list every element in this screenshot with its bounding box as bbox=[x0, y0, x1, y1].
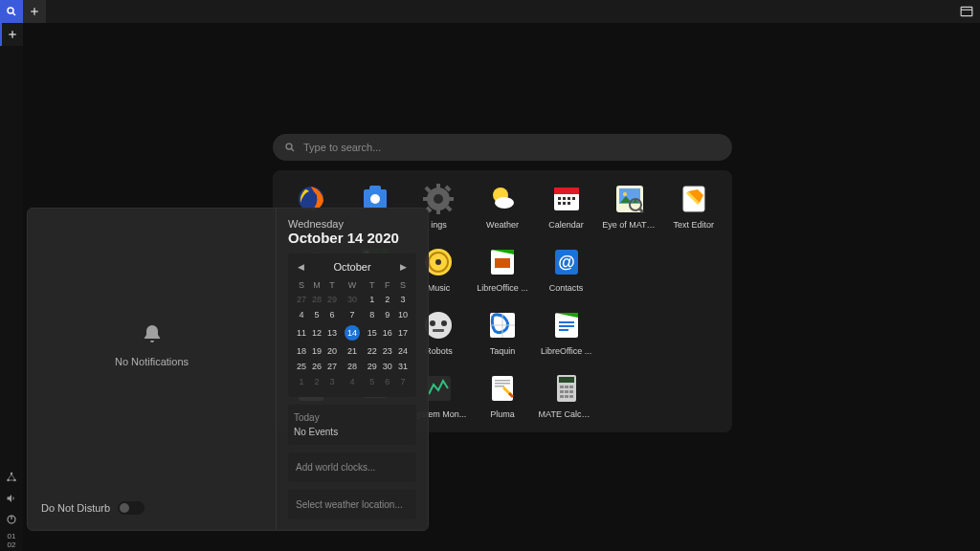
svg-rect-104 bbox=[495, 386, 504, 387]
calendar-day[interactable]: 8 bbox=[365, 307, 380, 322]
calendar-day[interactable]: 20 bbox=[324, 343, 340, 359]
search-icon bbox=[6, 6, 17, 17]
events-block: Today No Events bbox=[288, 405, 416, 445]
weekday-header: S bbox=[395, 278, 411, 292]
calendar-day[interactable]: 5 bbox=[309, 307, 324, 322]
calendar-icon bbox=[551, 184, 582, 214]
calendar-day[interactable]: 4 bbox=[340, 374, 365, 389]
weekday-header: T bbox=[365, 278, 380, 292]
calendar-day[interactable]: 27 bbox=[324, 359, 340, 374]
calendar-day[interactable]: 4 bbox=[294, 307, 309, 322]
calendar-day[interactable]: 6 bbox=[380, 374, 395, 389]
app-weather[interactable]: Weather bbox=[474, 184, 532, 230]
new-tab-button[interactable] bbox=[23, 0, 46, 23]
eyeofmate-icon bbox=[614, 184, 645, 214]
app-libreimpress[interactable]: LibreOffice ... bbox=[474, 247, 532, 293]
pluma-icon bbox=[487, 373, 518, 404]
svg-rect-108 bbox=[565, 386, 568, 388]
calendar-day[interactable]: 21 bbox=[340, 343, 365, 359]
calendar-day[interactable]: 28 bbox=[340, 359, 365, 374]
app-label: ings bbox=[431, 220, 447, 230]
search-bar[interactable] bbox=[273, 134, 732, 161]
app-librewriter[interactable]: LibreOffice ... bbox=[537, 310, 595, 356]
weekday-label: Wednesday bbox=[288, 218, 416, 230]
calendar-day[interactable]: 10 bbox=[395, 307, 411, 322]
calendar-day[interactable]: 6 bbox=[324, 307, 340, 322]
clock-indicator[interactable]: 01 02 bbox=[0, 530, 23, 551]
app-calculator[interactable]: MATE Calcul... bbox=[537, 373, 595, 419]
svg-rect-103 bbox=[495, 383, 510, 385]
select-weather-location[interactable]: Select weather location... bbox=[288, 490, 416, 519]
calendar-day[interactable]: 26 bbox=[309, 359, 324, 374]
svg-point-79 bbox=[425, 312, 452, 339]
calendar-day[interactable]: 7 bbox=[395, 374, 411, 389]
svg-rect-38 bbox=[563, 202, 566, 205]
add-workspace-button[interactable] bbox=[0, 23, 23, 46]
top-bar bbox=[23, 0, 980, 23]
weekday-header: T bbox=[324, 278, 340, 292]
calendar-day[interactable]: 11 bbox=[294, 322, 309, 343]
calendar-day[interactable]: 2 bbox=[309, 374, 324, 389]
app-pluma[interactable]: Pluma bbox=[474, 373, 532, 419]
calendar-day[interactable]: 13 bbox=[324, 322, 340, 343]
calendar-day[interactable]: 17 bbox=[395, 322, 411, 343]
calendar-day[interactable]: 2 bbox=[380, 292, 395, 307]
weekday-header: W bbox=[340, 278, 365, 292]
svg-point-42 bbox=[623, 192, 627, 196]
svg-rect-32 bbox=[554, 187, 579, 194]
calendar-day[interactable]: 16 bbox=[380, 322, 395, 343]
svg-rect-109 bbox=[569, 386, 573, 388]
calendar-day[interactable]: 3 bbox=[324, 374, 340, 389]
search-button[interactable] bbox=[0, 0, 23, 23]
window-overview-button[interactable] bbox=[953, 0, 980, 23]
calendar-day[interactable]: 28 bbox=[309, 292, 324, 307]
svg-rect-22 bbox=[436, 209, 440, 214]
calendar-pane: Wednesday October 14 2020 ◀ October ▶ SM… bbox=[277, 209, 428, 530]
app-texteditor[interactable]: Text Editor bbox=[664, 184, 723, 230]
next-month-button[interactable]: ▶ bbox=[400, 262, 407, 272]
prev-month-button[interactable]: ◀ bbox=[298, 262, 304, 272]
calendar-day[interactable]: 24 bbox=[395, 343, 411, 359]
left-panel: 01 02 bbox=[0, 0, 23, 551]
dnd-toggle[interactable] bbox=[118, 501, 145, 515]
calendar-day[interactable]: 30 bbox=[380, 359, 395, 374]
calendar-day[interactable]: 31 bbox=[395, 359, 411, 374]
network-icon[interactable] bbox=[0, 467, 23, 488]
calendar-day[interactable]: 29 bbox=[324, 292, 340, 307]
calendar-day[interactable]: 18 bbox=[294, 343, 309, 359]
calendar-day[interactable]: 19 bbox=[309, 343, 324, 359]
plus-icon bbox=[30, 7, 39, 16]
calendar-day[interactable]: 30 bbox=[340, 292, 365, 307]
volume-icon[interactable] bbox=[0, 488, 23, 509]
calendar-day[interactable]: 29 bbox=[365, 359, 380, 374]
svg-rect-33 bbox=[558, 197, 561, 200]
weekday-header: S bbox=[294, 278, 309, 292]
power-icon[interactable] bbox=[0, 509, 23, 530]
app-calendar[interactable]: Calendar bbox=[537, 184, 595, 230]
calendar-day[interactable]: 1 bbox=[365, 292, 380, 307]
app-label: MATE Calcul... bbox=[539, 409, 594, 419]
calendar-day[interactable]: 22 bbox=[365, 343, 380, 359]
calendar-day[interactable]: 15 bbox=[365, 322, 380, 343]
app-taquin[interactable]: Taquin bbox=[474, 310, 532, 356]
calendar-day[interactable]: 23 bbox=[380, 343, 395, 359]
calendar-day[interactable]: 1 bbox=[294, 374, 309, 389]
calendar-day[interactable]: 9 bbox=[380, 307, 395, 322]
calendar-grid: SMTWTFS 27282930123456789101112131415161… bbox=[294, 278, 411, 389]
calendar-day[interactable]: 12 bbox=[309, 322, 324, 343]
no-events-label: No Events bbox=[294, 427, 411, 437]
svg-rect-106 bbox=[559, 377, 574, 383]
taquin-icon bbox=[487, 310, 518, 341]
calendar-day[interactable]: 25 bbox=[294, 359, 309, 374]
svg-rect-110 bbox=[560, 390, 564, 393]
calendar-day[interactable]: 14 bbox=[340, 322, 365, 343]
search-input[interactable] bbox=[303, 142, 721, 153]
calendar-day[interactable]: 27 bbox=[294, 292, 309, 307]
add-world-clocks[interactable]: Add world clocks... bbox=[288, 452, 416, 482]
calendar-day[interactable]: 5 bbox=[365, 374, 380, 389]
app-eyeofmate[interactable]: Eye of MATE... bbox=[601, 184, 659, 230]
app-contacts[interactable]: @Contacts bbox=[537, 247, 595, 293]
svg-rect-115 bbox=[569, 395, 573, 398]
calendar-day[interactable]: 7 bbox=[340, 307, 365, 322]
calendar-day[interactable]: 3 bbox=[395, 292, 411, 307]
